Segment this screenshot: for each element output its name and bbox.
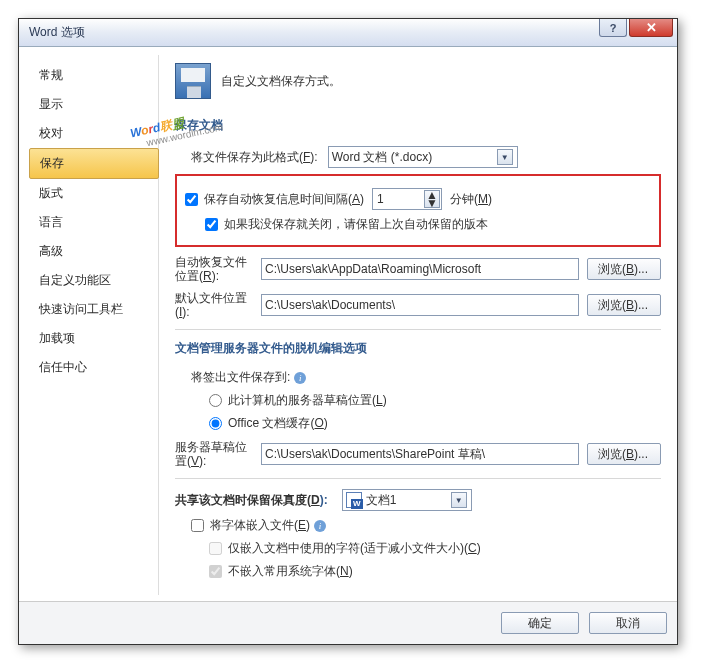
category-nav: 常规显示校对保存版式语言高级自定义功能区快速访问工具栏加载项信任中心 [29, 55, 159, 595]
row-save-format: 将文件保存为此格式(F): Word 文档 (*.docx) ▼ [191, 146, 661, 168]
nav-item-8[interactable]: 快速访问工具栏 [29, 295, 158, 324]
cancel-button[interactable]: 取消 [589, 612, 667, 634]
spinner-arrows[interactable]: ▲▼ [424, 190, 440, 208]
default-path-label: 默认文件位置(I): [175, 291, 253, 319]
section-offline-editing: 文档管理服务器文件的脱机编辑选项 [175, 340, 661, 357]
radio-server-drafts-location[interactable]: 此计算机的服务器草稿位置(L) [209, 392, 387, 409]
ok-button[interactable]: 确定 [501, 612, 579, 634]
window-buttons: ? ✕ [597, 19, 673, 37]
row-keep-last-autosave: 如果我没保存就关闭，请保留上次自动保留的版本 [205, 216, 651, 233]
browse-server-draft-button[interactable]: 浏览(B)... [587, 443, 661, 465]
dialog-title: Word 选项 [29, 24, 85, 41]
file-locations-grid: 自动恢复文件位置(R): C:\Users\ak\AppData\Roaming… [175, 255, 661, 319]
radio-office-cache[interactable]: Office 文档缓存(O) [209, 415, 328, 432]
server-draft-input[interactable]: C:\Users\ak\Documents\SharePoint 草稿\ [261, 443, 579, 465]
close-button[interactable]: ✕ [629, 19, 673, 37]
document-icon [346, 492, 362, 508]
checkout-label: 将签出文件保存到: [191, 369, 290, 386]
content-pane: Word联盟 www.wordlm.com 自定义文档保存方式。 保存文档 将文… [159, 55, 667, 595]
checkout-label-row: 将签出文件保存到:i [191, 369, 661, 386]
default-path-input[interactable]: C:\Users\ak\Documents\ [261, 294, 579, 316]
row-fidelity: 共享该文档时保留保真度(D): 文档1 ▼ [175, 489, 661, 511]
nav-item-6[interactable]: 高级 [29, 237, 158, 266]
autorecover-checkbox[interactable]: 保存自动恢复信息时间间隔(A) [185, 191, 364, 208]
autorecover-highlight-box: 保存自动恢复信息时间间隔(A) ▲▼ 分钟(M) 如果我没保存就关闭，请保留上次… [175, 174, 661, 247]
nav-item-1[interactable]: 显示 [29, 90, 158, 119]
info-icon[interactable]: i [294, 372, 306, 384]
embed-fonts-checkbox[interactable]: 将字体嵌入文件(E)i [191, 517, 326, 534]
nav-item-2[interactable]: 校对 [29, 119, 158, 148]
dialog-footer: 确定 取消 [19, 601, 677, 644]
autorecover-label: 保存自动恢复信息时间间隔(A) [204, 191, 364, 208]
fidelity-document-combo[interactable]: 文档1 ▼ [342, 489, 472, 511]
save-format-value: Word 文档 (*.docx) [332, 149, 432, 166]
help-button[interactable]: ? [599, 19, 627, 37]
chevron-down-icon: ▼ [451, 492, 467, 508]
section-save-documents: 保存文档 [175, 117, 661, 134]
keep-last-autosave-checkbox[interactable]: 如果我没保存就关闭，请保留上次自动保留的版本 [205, 216, 488, 233]
save-format-combo[interactable]: Word 文档 (*.docx) ▼ [328, 146, 518, 168]
embed-only-used-checkbox: 仅嵌入文档中使用的字符(适于减小文件大小)(C) [209, 540, 481, 557]
autorecover-interval-input[interactable] [377, 192, 423, 206]
nav-item-5[interactable]: 语言 [29, 208, 158, 237]
titlebar: Word 选项 ? ✕ [19, 19, 677, 47]
server-draft-label: 服务器草稿位置(V): [175, 440, 253, 468]
nav-item-7[interactable]: 自定义功能区 [29, 266, 158, 295]
page-header: 自定义文档保存方式。 [175, 63, 661, 99]
server-draft-grid: 服务器草稿位置(V): C:\Users\ak\Documents\ShareP… [175, 440, 661, 468]
autorecover-path-label: 自动恢复文件位置(R): [175, 255, 253, 283]
nav-item-0[interactable]: 常规 [29, 61, 158, 90]
save-format-label: 将文件保存为此格式(F): [191, 149, 318, 166]
keep-last-autosave-input[interactable] [205, 218, 218, 231]
chevron-down-icon: ▼ [497, 149, 513, 165]
nav-item-3[interactable]: 保存 [29, 148, 159, 179]
nav-item-9[interactable]: 加载项 [29, 324, 158, 353]
no-common-fonts-checkbox: 不嵌入常用系统字体(N) [209, 563, 353, 580]
row-autorecover: 保存自动恢复信息时间间隔(A) ▲▼ 分钟(M) [185, 188, 651, 210]
browse-default-button[interactable]: 浏览(B)... [587, 294, 661, 316]
autorecover-interval-spinner[interactable]: ▲▼ [372, 188, 442, 210]
save-icon [175, 63, 211, 99]
minutes-label: 分钟(M) [450, 191, 492, 208]
nav-item-4[interactable]: 版式 [29, 179, 158, 208]
keep-last-autosave-label: 如果我没保存就关闭，请保留上次自动保留的版本 [224, 216, 488, 233]
autorecover-checkbox-input[interactable] [185, 193, 198, 206]
info-icon[interactable]: i [314, 520, 326, 532]
word-options-dialog: Word 选项 ? ✕ 常规显示校对保存版式语言高级自定义功能区快速访问工具栏加… [18, 18, 678, 645]
autorecover-path-input[interactable]: C:\Users\ak\AppData\Roaming\Microsoft [261, 258, 579, 280]
fidelity-label: 共享该文档时保留保真度(D): [175, 492, 328, 509]
nav-item-10[interactable]: 信任中心 [29, 353, 158, 382]
browse-autorecover-button[interactable]: 浏览(B)... [587, 258, 661, 280]
page-description: 自定义文档保存方式。 [221, 73, 341, 90]
